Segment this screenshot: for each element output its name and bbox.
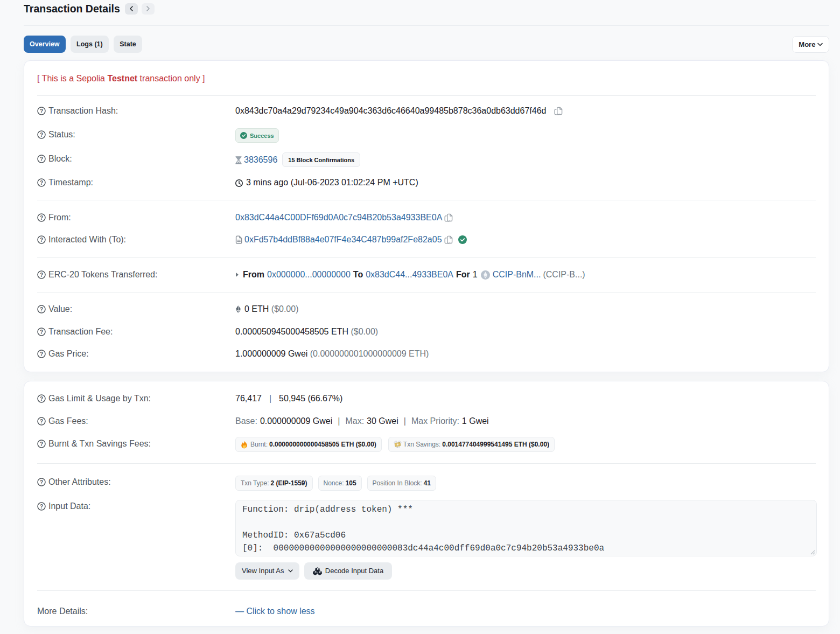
svg-text:?: ? <box>40 156 43 162</box>
svg-text:?: ? <box>40 180 43 186</box>
svg-text:?: ? <box>40 419 43 424</box>
svg-text:?: ? <box>40 306 43 312</box>
svg-text:?: ? <box>40 237 43 243</box>
svg-text:?: ? <box>40 396 43 402</box>
svg-text:?: ? <box>40 441 43 447</box>
svg-text:?: ? <box>40 351 43 357</box>
svg-text:?: ? <box>40 504 43 510</box>
svg-text:?: ? <box>40 215 43 221</box>
svg-text:?: ? <box>40 329 43 335</box>
svg-text:?: ? <box>40 272 43 278</box>
svg-text:?: ? <box>40 108 43 114</box>
svg-text:?: ? <box>40 479 43 485</box>
svg-text:?: ? <box>40 132 43 138</box>
